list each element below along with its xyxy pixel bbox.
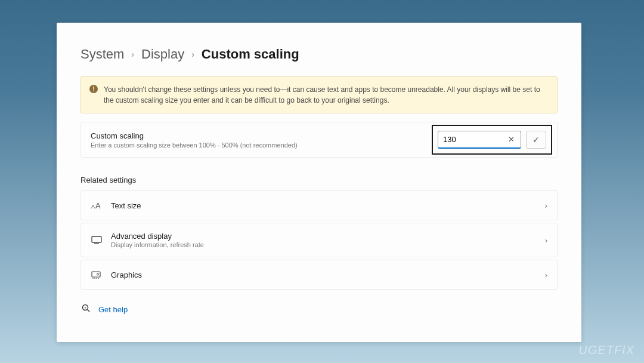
svg-line-11 bbox=[88, 310, 90, 312]
clear-input-icon[interactable]: ✕ bbox=[507, 135, 516, 144]
breadcrumb-display[interactable]: Display bbox=[141, 47, 184, 62]
svg-text:A: A bbox=[91, 204, 95, 210]
custom-scaling-info: Custom scaling Enter a custom scaling si… bbox=[91, 131, 298, 149]
help-row: ? Get help bbox=[80, 304, 558, 315]
row-title: Advanced display bbox=[111, 232, 537, 241]
row-subtitle: Display information, refresh rate bbox=[111, 241, 537, 248]
check-icon: ✓ bbox=[532, 135, 540, 144]
chevron-right-icon: › bbox=[545, 201, 547, 210]
chevron-right-icon: › bbox=[131, 50, 134, 59]
watermark: UGETFIX bbox=[578, 343, 634, 357]
advanced-display-row[interactable]: Advanced display Display information, re… bbox=[80, 223, 558, 257]
breadcrumb-current: Custom scaling bbox=[202, 47, 299, 62]
apply-button[interactable]: ✓ bbox=[526, 131, 546, 149]
custom-scaling-input-area: ✕ ✓ bbox=[432, 125, 552, 155]
settings-window: System › Display › Custom scaling ! You … bbox=[57, 23, 581, 342]
row-title: Text size bbox=[111, 201, 537, 210]
chevron-right-icon: › bbox=[191, 50, 194, 59]
svg-text:A: A bbox=[95, 201, 101, 210]
breadcrumb-system[interactable]: System bbox=[80, 47, 124, 62]
text-size-icon: AA bbox=[91, 199, 103, 211]
custom-scaling-subtitle: Enter a custom scaling size between 100%… bbox=[91, 141, 298, 149]
chevron-right-icon: › bbox=[545, 236, 547, 245]
graphics-icon bbox=[91, 269, 103, 281]
row-body: Graphics bbox=[111, 270, 537, 279]
graphics-row[interactable]: Graphics › bbox=[80, 260, 558, 290]
svg-text:?: ? bbox=[84, 306, 86, 310]
scale-input[interactable] bbox=[443, 135, 507, 144]
svg-rect-2 bbox=[92, 236, 101, 242]
row-title: Graphics bbox=[111, 270, 537, 279]
help-icon: ? bbox=[82, 304, 91, 315]
row-body: Advanced display Display information, re… bbox=[111, 232, 537, 248]
warning-banner: ! You shouldn't change these settings un… bbox=[80, 76, 558, 113]
custom-scaling-title: Custom scaling bbox=[91, 131, 298, 140]
breadcrumb: System › Display › Custom scaling bbox=[80, 47, 558, 62]
custom-scaling-row: Custom scaling Enter a custom scaling si… bbox=[80, 122, 558, 158]
chevron-right-icon: › bbox=[545, 270, 547, 279]
warning-icon: ! bbox=[89, 85, 98, 93]
svg-point-9 bbox=[97, 273, 99, 275]
warning-text: You shouldn't change these settings unle… bbox=[104, 84, 549, 106]
scale-input-wrapper: ✕ bbox=[438, 131, 521, 149]
related-settings-label: Related settings bbox=[80, 176, 558, 184]
monitor-icon bbox=[91, 234, 103, 246]
get-help-link[interactable]: Get help bbox=[98, 305, 128, 314]
row-body: Text size bbox=[111, 201, 537, 210]
text-size-row[interactable]: AA Text size › bbox=[80, 190, 558, 220]
